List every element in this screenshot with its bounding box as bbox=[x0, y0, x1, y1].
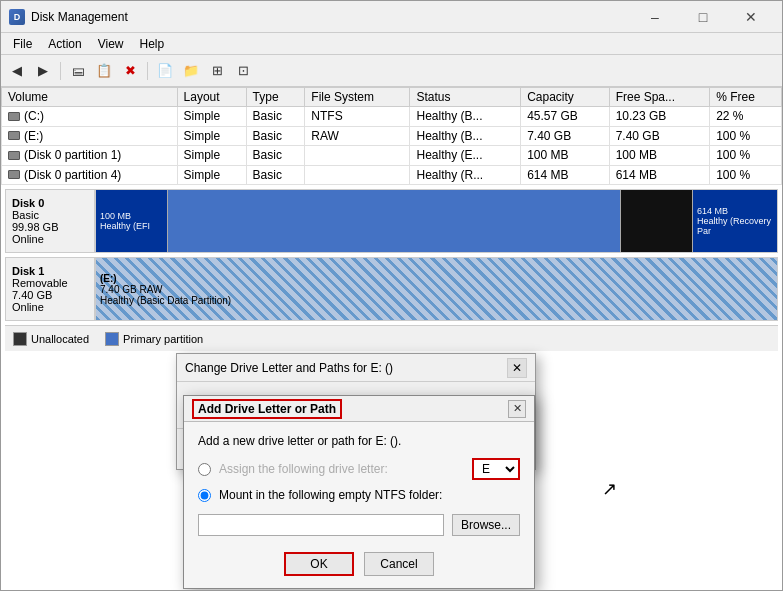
toolbar-delete[interactable]: ✖ bbox=[118, 59, 142, 83]
table-cell: Simple bbox=[177, 165, 246, 185]
dialog-change-title: Change Drive Letter and Paths for E: () bbox=[185, 361, 393, 375]
table-row[interactable]: (Disk 0 partition 4)SimpleBasicHealthy (… bbox=[2, 165, 782, 185]
disk1-size: 7.40 GB bbox=[12, 289, 88, 301]
disk1-row: Disk 1 Removable 7.40 GB Online (E:) 7.4… bbox=[5, 257, 778, 321]
radio-mount-ntfs[interactable] bbox=[198, 489, 211, 502]
dialog-add-cancel[interactable]: Cancel bbox=[364, 552, 434, 576]
disk1-status: Online bbox=[12, 301, 88, 313]
dialog-add-close[interactable]: ✕ bbox=[508, 400, 526, 418]
table-cell: NTFS bbox=[305, 107, 410, 127]
toolbar-new[interactable]: 📄 bbox=[153, 59, 177, 83]
table-cell: 45.57 GB bbox=[521, 107, 609, 127]
browse-button[interactable]: Browse... bbox=[452, 514, 520, 536]
radio-assign-letter[interactable] bbox=[198, 463, 211, 476]
legend-primary: Primary partition bbox=[105, 332, 203, 346]
toolbar-forward[interactable]: ▶ bbox=[31, 59, 55, 83]
col-fs: File System bbox=[305, 88, 410, 107]
table-cell: Simple bbox=[177, 107, 246, 127]
disk-view-area: Disk 0 Basic 99.98 GB Online 100 MB Heal… bbox=[1, 185, 782, 590]
table-cell: Healthy (B... bbox=[410, 107, 521, 127]
dialog-add-title: Add Drive Letter or Path bbox=[192, 399, 342, 419]
table-row[interactable]: (C:)SimpleBasicNTFSHealthy (B...45.57 GB… bbox=[2, 107, 782, 127]
table-cell: Basic bbox=[246, 146, 305, 166]
table-cell: Healthy (E... bbox=[410, 146, 521, 166]
app-icon: D bbox=[9, 9, 25, 25]
volume-table: Volume Layout Type File System Status Ca… bbox=[1, 87, 782, 185]
legend-bar: Unallocated Primary partition bbox=[5, 325, 778, 351]
table-cell: 22 % bbox=[710, 107, 782, 127]
disk0-part1[interactable]: 100 MB Healthy (EFI bbox=[96, 190, 168, 252]
ntfs-folder-input[interactable] bbox=[198, 514, 444, 536]
toolbar-folder[interactable]: 📁 bbox=[179, 59, 203, 83]
disk0-part3[interactable] bbox=[621, 190, 693, 252]
dialog-add-drive: Add Drive Letter or Path ✕ Add a new dri… bbox=[183, 395, 535, 589]
table-cell: Basic bbox=[246, 165, 305, 185]
table-cell bbox=[305, 146, 410, 166]
toolbar-back[interactable]: ◀ bbox=[5, 59, 29, 83]
maximize-button[interactable]: □ bbox=[680, 1, 726, 33]
dialog-change-close[interactable]: ✕ bbox=[507, 358, 527, 378]
table-row[interactable]: (E:)SimpleBasicRAWHealthy (B...7.40 GB7.… bbox=[2, 126, 782, 146]
disk0-label: Disk 0 Basic 99.98 GB Online bbox=[5, 189, 95, 253]
table-cell: 7.40 GB bbox=[609, 126, 710, 146]
table-cell: RAW bbox=[305, 126, 410, 146]
disk0-part4[interactable]: 614 MB Healthy (Recovery Par bbox=[693, 190, 777, 252]
radio-group: Assign the following drive letter: E F G… bbox=[198, 458, 520, 536]
table-cell bbox=[305, 165, 410, 185]
menu-action[interactable]: Action bbox=[40, 35, 89, 53]
minimize-button[interactable]: – bbox=[632, 1, 678, 33]
radio-assign-label: Assign the following drive letter: bbox=[219, 462, 388, 476]
menu-view[interactable]: View bbox=[90, 35, 132, 53]
radio-row-2: Mount in the following empty NTFS folder… bbox=[198, 488, 520, 502]
menu-file[interactable]: File bbox=[5, 35, 40, 53]
cursor-hint: ↗ bbox=[602, 478, 617, 500]
toolbar-properties[interactable]: 📋 bbox=[92, 59, 116, 83]
toolbar-sep-1 bbox=[60, 62, 61, 80]
legend-primary-label: Primary partition bbox=[123, 333, 203, 345]
table-cell: 10.23 GB bbox=[609, 107, 710, 127]
close-window-button[interactable]: ✕ bbox=[728, 1, 774, 33]
menu-help[interactable]: Help bbox=[132, 35, 173, 53]
dialog-add-titlebar: Add Drive Letter or Path ✕ bbox=[184, 396, 534, 422]
disk0-partitions: 100 MB Healthy (EFI 614 MB Healthy (Reco… bbox=[95, 189, 778, 253]
table-cell: (Disk 0 partition 4) bbox=[2, 165, 178, 185]
window-title: Disk Management bbox=[31, 10, 128, 24]
table-row[interactable]: (Disk 0 partition 1)SimpleBasicHealthy (… bbox=[2, 146, 782, 166]
col-pctfree: % Free bbox=[710, 88, 782, 107]
drive-letter-select[interactable]: E F G bbox=[472, 458, 520, 480]
col-type: Type bbox=[246, 88, 305, 107]
dialog-add-ok[interactable]: OK bbox=[284, 552, 354, 576]
table-cell: 100 % bbox=[710, 146, 782, 166]
dialog-add-description: Add a new drive letter or path for E: ()… bbox=[198, 434, 520, 448]
radio-mount-label: Mount in the following empty NTFS folder… bbox=[219, 488, 442, 502]
ntfs-folder-row: Browse... bbox=[198, 514, 520, 536]
table-cell: 100 % bbox=[710, 126, 782, 146]
dialog-change-titlebar: Change Drive Letter and Paths for E: () … bbox=[177, 354, 535, 382]
table-cell: Simple bbox=[177, 146, 246, 166]
toolbar-grid2[interactable]: ⊡ bbox=[231, 59, 255, 83]
col-volume: Volume bbox=[2, 88, 178, 107]
table-cell: Simple bbox=[177, 126, 246, 146]
radio-row-1: Assign the following drive letter: E F G bbox=[198, 458, 520, 480]
title-bar-controls: – □ ✕ bbox=[632, 1, 774, 33]
toolbar-grid[interactable]: ⊞ bbox=[205, 59, 229, 83]
table-cell: 100 MB bbox=[521, 146, 609, 166]
table-cell: 614 MB bbox=[609, 165, 710, 185]
disk0-part2[interactable] bbox=[168, 190, 620, 252]
disk1-type: Removable bbox=[12, 277, 88, 289]
title-bar: D Disk Management – □ ✕ bbox=[1, 1, 782, 33]
main-window: D Disk Management – □ ✕ File Action View… bbox=[0, 0, 783, 591]
table-cell: Basic bbox=[246, 126, 305, 146]
disk1-part1[interactable]: (E:) 7.40 GB RAW Healthy (Basic Data Par… bbox=[96, 258, 777, 320]
toolbar-disk-mgmt[interactable]: 🖴 bbox=[66, 59, 90, 83]
volume-table-area: Volume Layout Type File System Status Ca… bbox=[1, 87, 782, 185]
col-capacity: Capacity bbox=[521, 88, 609, 107]
disk1-label: Disk 1 Removable 7.40 GB Online bbox=[5, 257, 95, 321]
legend-unallocated: Unallocated bbox=[13, 332, 89, 346]
table-cell: 614 MB bbox=[521, 165, 609, 185]
col-layout: Layout bbox=[177, 88, 246, 107]
table-cell: 7.40 GB bbox=[521, 126, 609, 146]
disk0-size: 99.98 GB bbox=[12, 221, 88, 233]
disk0-status: Online bbox=[12, 233, 88, 245]
disk0-type: Basic bbox=[12, 209, 88, 221]
